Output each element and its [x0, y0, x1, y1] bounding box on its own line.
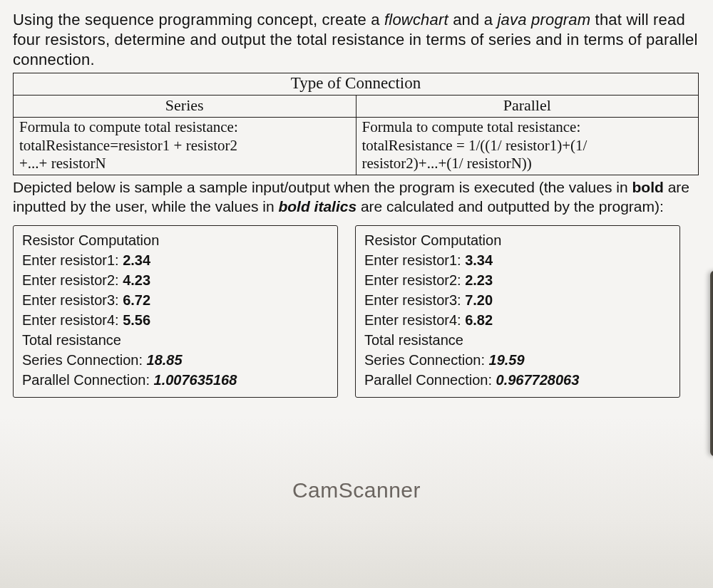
intro-emph-flowchart: flowchart — [384, 11, 448, 29]
sample1-parallel-label: Parallel Connection: — [22, 372, 154, 388]
sample2-r3-val: 7.20 — [465, 292, 493, 308]
sample2-r3: Enter resistor3: 7.20 — [364, 290, 671, 310]
sample2-series-val: 19.59 — [489, 352, 525, 368]
table-header: Type of Connection — [14, 73, 699, 96]
mid-text-5: are calculated and outputted by the prog… — [356, 198, 664, 215]
sample1-r4: Enter resistor4: 5.56 — [22, 310, 329, 330]
sample1-series-val: 18.85 — [147, 352, 183, 368]
intro-paragraph: Using the sequence programming concept, … — [13, 10, 700, 70]
sample1-parallel-val: 1.007635168 — [154, 372, 237, 388]
intro-text-1: Using the sequence programming concept, … — [13, 11, 384, 29]
sample2-r3-label: Enter resistor3: — [364, 292, 465, 308]
intro-emph-java-program: java program — [498, 11, 591, 29]
sample1-r2-val: 4.23 — [123, 272, 150, 288]
page-fade-bg — [0, 417, 713, 588]
sample1-r4-label: Enter resistor4: — [22, 312, 123, 328]
sample1-r3-label: Enter resistor3: — [22, 292, 123, 308]
sample-box-1: Resistor Computation Enter resistor1: 2.… — [13, 225, 338, 398]
sample1-r2: Enter resistor2: 4.23 — [22, 270, 329, 290]
sample1-title: Resistor Computation — [22, 230, 329, 250]
sample2-r4-val: 6.82 — [465, 312, 493, 328]
sample1-total-label: Total resistance — [22, 330, 329, 350]
sample2-total-label: Total resistance — [364, 330, 671, 350]
sample1-r3: Enter resistor3: 6.72 — [22, 290, 329, 310]
sample1-r1: Enter resistor1: 2.34 — [22, 250, 329, 270]
col-header-parallel: Parallel — [356, 96, 699, 118]
sample2-parallel: Parallel Connection: 0.967728063 — [364, 370, 671, 390]
sample1-series-label: Series Connection: — [22, 352, 147, 368]
sample2-r2-label: Enter resistor2: — [364, 272, 465, 288]
series-formula-line1: Formula to compute total resistance: — [19, 118, 350, 136]
sample1-series: Series Connection: 18.85 — [22, 350, 329, 370]
sample-box-2: Resistor Computation Enter resistor1: 3.… — [355, 225, 680, 398]
mid-bold-italics: bold italics — [278, 198, 356, 215]
sample2-r4-label: Enter resistor4: — [364, 312, 465, 328]
sample2-series: Series Connection: 19.59 — [364, 350, 671, 370]
sample1-r2-label: Enter resistor2: — [22, 272, 123, 288]
parallel-formula-line2: totalResistance = 1/((1/ resistor1)+(1/ — [362, 137, 693, 155]
col-header-series: Series — [14, 96, 356, 118]
series-formula-line2: totalResistance=resistor1 + resistor2 — [19, 137, 350, 155]
intro-text-3: and a — [448, 11, 498, 29]
sample2-parallel-label: Parallel Connection: — [364, 372, 496, 388]
sample2-r1-val: 3.34 — [465, 252, 493, 268]
sample2-series-label: Series Connection: — [364, 352, 489, 368]
sample-io-row: Resistor Computation Enter resistor1: 2.… — [13, 225, 700, 398]
parallel-formula-line3: resistor2)+...+(1/ resistorN)) — [362, 155, 693, 172]
mid-paragraph: Depicted below is sample a sample input/… — [13, 178, 700, 217]
sample1-r4-val: 5.56 — [123, 312, 150, 328]
sample1-r3-val: 6.72 — [123, 292, 150, 308]
parallel-formula-cell: Formula to compute total resistance: tot… — [356, 118, 699, 175]
sample2-r4: Enter resistor4: 6.82 — [364, 310, 671, 330]
sample1-r1-val: 2.34 — [123, 252, 150, 268]
sample2-r1-label: Enter resistor1: — [364, 252, 465, 268]
mid-bold: bold — [632, 179, 664, 195]
mid-text-1: Depicted below is sample a sample input/… — [13, 179, 632, 195]
sample2-r2-val: 2.23 — [465, 272, 493, 288]
series-formula-cell: Formula to compute total resistance: tot… — [14, 118, 356, 175]
sample2-r2: Enter resistor2: 2.23 — [364, 270, 671, 290]
sample2-r1: Enter resistor1: 3.34 — [364, 250, 671, 270]
sample1-r1-label: Enter resistor1: — [22, 252, 123, 268]
sample2-parallel-val: 0.967728063 — [496, 372, 580, 388]
series-formula-line3: +...+ resistorN — [19, 155, 350, 172]
camscanner-watermark: CamScanner — [0, 478, 713, 502]
parallel-formula-line1: Formula to compute total resistance: — [362, 118, 693, 136]
connection-table: Type of Connection Series Parallel Formu… — [13, 73, 699, 175]
page-edge-shadow — [710, 271, 713, 456]
sample1-parallel: Parallel Connection: 1.007635168 — [22, 370, 329, 390]
sample2-title: Resistor Computation — [364, 230, 671, 250]
